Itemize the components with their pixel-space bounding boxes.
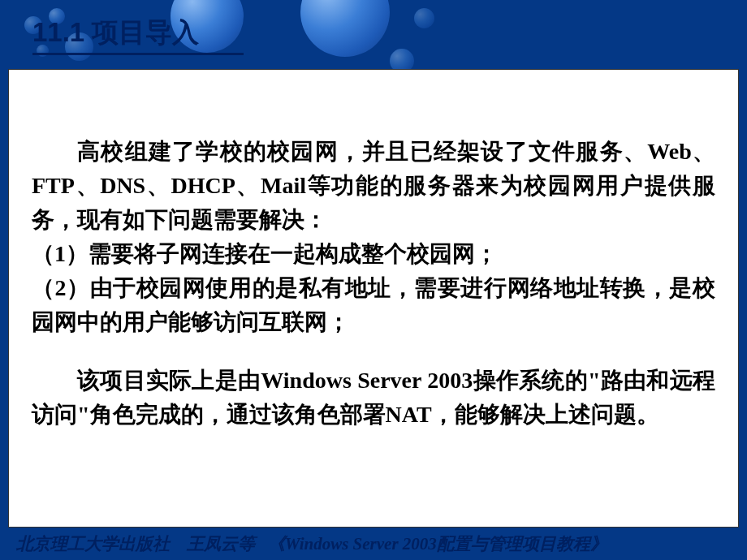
paragraph-spacer — [32, 339, 715, 364]
list-item-2: （2）由于校园网使用的是私有地址，需要进行网络地址转换，是校园网中的用户能够访问… — [32, 271, 715, 339]
section-title: 项目导入 — [92, 17, 199, 47]
decorative-bubble — [414, 8, 434, 28]
paragraph-intro: 高校组建了学校的校园网，并且已经架设了文件服务、Web、FTP、DNS、DHCP… — [32, 135, 715, 237]
slide-header: 11.1 项目导入 — [32, 15, 244, 55]
section-heading: 11.1 项目导入 — [32, 15, 244, 51]
slide-content: 高校组建了学校的校园网，并且已经架设了文件服务、Web、FTP、DNS、DHCP… — [8, 69, 739, 528]
heading-underline — [32, 53, 244, 55]
slide-footer: 北京理工大学出版社 王凤云等 《Windows Server 2003配置与管理… — [16, 532, 731, 555]
footer-publisher: 北京理工大学出版社 — [16, 534, 170, 554]
list-item-1: （1）需要将子网连接在一起构成整个校园网； — [32, 237, 715, 271]
paragraph-conclusion: 该项目实际上是由Windows Server 2003操作系统的"路由和远程访问… — [32, 364, 715, 432]
footer-book-title: 《Windows Server 2003配置与管理项目教程》 — [268, 534, 607, 554]
decorative-bubble — [300, 0, 390, 57]
section-number: 11.1 — [32, 17, 84, 47]
footer-author: 王凤云等 — [187, 534, 255, 554]
